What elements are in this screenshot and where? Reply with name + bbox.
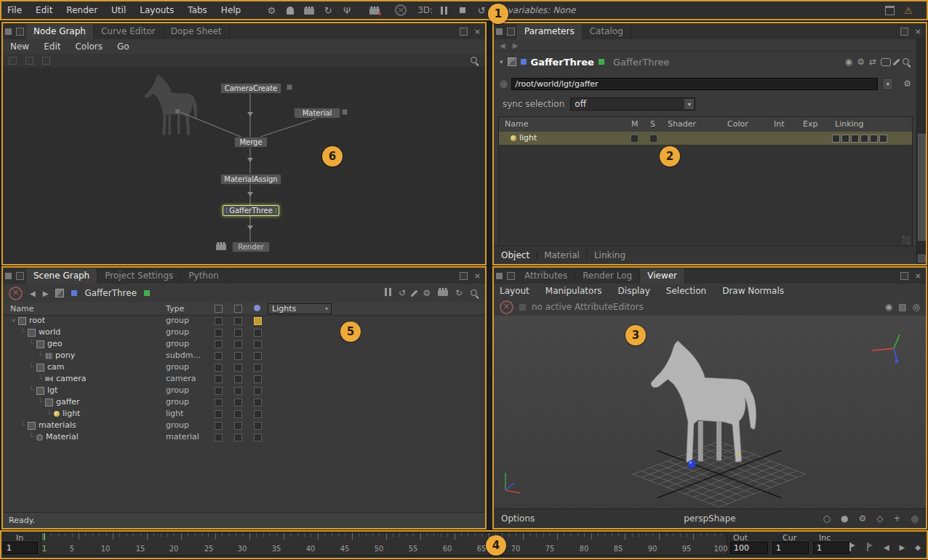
locator-icon[interactable]: ◎ bbox=[500, 79, 507, 89]
render-icon[interactable] bbox=[368, 4, 381, 16]
lights-toggle-icon[interactable]: ● bbox=[841, 513, 848, 524]
keyframe-icon[interactable]: ◆ bbox=[915, 543, 921, 551]
tab-catalog[interactable]: Catalog bbox=[583, 24, 631, 39]
comment-icon[interactable] bbox=[881, 58, 891, 66]
close-icon[interactable]: × bbox=[474, 271, 481, 281]
render-set-checkbox[interactable] bbox=[234, 387, 242, 395]
linking-cell[interactable] bbox=[851, 135, 859, 143]
render-set-checkbox[interactable] bbox=[234, 352, 242, 360]
current-frame-input[interactable] bbox=[772, 542, 809, 554]
table-row[interactable]: └lgt group bbox=[3, 385, 485, 396]
popout-icon[interactable] bbox=[900, 272, 908, 280]
linking-cell[interactable] bbox=[870, 135, 878, 143]
wireframe-icon[interactable]: ◇ bbox=[876, 513, 883, 524]
options-button[interactable]: Options bbox=[501, 513, 535, 524]
current-frame-marker[interactable] bbox=[44, 533, 45, 540]
pause-icon[interactable] bbox=[437, 4, 450, 16]
sync-selection-dropdown[interactable]: off ▾ bbox=[570, 97, 695, 111]
tab-object[interactable]: Object bbox=[501, 250, 529, 260]
gear-icon[interactable]: ⚙ bbox=[858, 513, 866, 524]
variables-selector[interactable]: variables: None bbox=[508, 5, 576, 15]
ng-menu-new[interactable]: New bbox=[10, 41, 29, 52]
table-row[interactable]: └light light bbox=[3, 408, 485, 420]
tab-attributes[interactable]: Attributes bbox=[517, 268, 575, 284]
linking-cell[interactable] bbox=[860, 135, 868, 143]
live-render-checkbox[interactable] bbox=[254, 387, 262, 395]
window-icon[interactable] bbox=[883, 4, 896, 16]
render-set-checkbox[interactable] bbox=[234, 364, 242, 372]
tab-material[interactable]: Material bbox=[544, 250, 580, 260]
out-frame-input[interactable] bbox=[730, 542, 768, 554]
node-material[interactable]: Material bbox=[294, 108, 340, 119]
close-icon[interactable]: × bbox=[915, 27, 921, 36]
lights-filter-dropdown[interactable]: Lights ▾ bbox=[268, 303, 332, 314]
col-solo-icon[interactable]: S bbox=[650, 119, 655, 129]
live-render-checkbox[interactable] bbox=[254, 352, 262, 360]
table-row[interactable]: └pony subdm... bbox=[3, 350, 485, 361]
power-icon[interactable]: ◎ bbox=[913, 302, 920, 312]
tab-python[interactable]: Python bbox=[181, 268, 227, 284]
state-icon[interactable]: ◉ bbox=[845, 57, 852, 67]
viewer-visibility-column-icon[interactable] bbox=[215, 305, 223, 313]
path-dropdown-icon[interactable]: ▾ bbox=[882, 78, 893, 90]
clear-icon[interactable] bbox=[9, 287, 23, 300]
table-row[interactable]: └gaffer group bbox=[3, 396, 485, 408]
render-set-checkbox[interactable] bbox=[234, 410, 242, 418]
live-render-checkbox[interactable] bbox=[254, 340, 262, 348]
revert-icon[interactable]: ↺ bbox=[399, 288, 406, 298]
visibility-checkbox[interactable] bbox=[215, 375, 223, 383]
panel-split-icon[interactable] bbox=[507, 28, 515, 36]
live-render-checkbox[interactable] bbox=[254, 317, 262, 325]
popout-icon[interactable] bbox=[460, 28, 468, 36]
menu-edit[interactable]: Edit bbox=[36, 5, 52, 15]
ng-menu-edit[interactable]: Edit bbox=[44, 41, 60, 52]
viewport-3d[interactable] bbox=[494, 316, 926, 509]
table-row[interactable]: └Material material bbox=[3, 431, 485, 443]
menu-file[interactable]: File bbox=[7, 5, 22, 15]
focus-icon[interactable]: ◎ bbox=[911, 513, 919, 524]
scrollbar-button[interactable] bbox=[918, 255, 926, 263]
render-set-checkbox[interactable] bbox=[234, 375, 242, 383]
render-set-checkbox[interactable] bbox=[234, 329, 242, 337]
solo-checkbox[interactable] bbox=[649, 135, 657, 143]
clapper-icon[interactable] bbox=[303, 4, 316, 16]
panel-split-icon[interactable] bbox=[16, 272, 24, 280]
refresh-icon[interactable]: ↻ bbox=[455, 288, 463, 298]
node-port[interactable] bbox=[287, 84, 292, 90]
gear-icon[interactable]: ⚙ bbox=[423, 288, 431, 298]
menu-draw-normals[interactable]: Draw Normals bbox=[722, 286, 784, 296]
visibility-checkbox[interactable] bbox=[215, 329, 223, 337]
panel-split-icon[interactable] bbox=[507, 272, 515, 280]
render-working-set-column-icon[interactable] bbox=[234, 305, 242, 313]
ng-menu-colors[interactable]: Colors bbox=[75, 41, 103, 52]
linking-cell[interactable] bbox=[879, 135, 887, 143]
tab-viewer[interactable]: Viewer bbox=[640, 268, 685, 284]
gear-icon[interactable]: ⚙ bbox=[857, 57, 865, 67]
tab-linking[interactable]: Linking bbox=[594, 250, 625, 260]
menu-manipulators[interactable]: Manipulators bbox=[545, 286, 602, 296]
clear-icon[interactable] bbox=[500, 300, 513, 314]
edit-icon[interactable] bbox=[411, 289, 418, 297]
search-icon[interactable] bbox=[470, 289, 479, 298]
visibility-checkbox[interactable] bbox=[215, 422, 223, 430]
refresh-icon[interactable]: ↻ bbox=[321, 4, 335, 16]
table-row[interactable]: └geo group bbox=[3, 338, 485, 350]
scrollbar-thumb[interactable] bbox=[918, 134, 926, 241]
ng-tool-icon-1[interactable] bbox=[9, 57, 17, 65]
node-graph-canvas[interactable]: CameraCreate Material Merge MaterialAssi… bbox=[3, 67, 485, 264]
table-row[interactable]: └camera camera bbox=[3, 373, 485, 385]
swap-icon[interactable]: ⇄ bbox=[869, 57, 876, 67]
panel-menu-icon[interactable] bbox=[496, 28, 503, 35]
render-set-checkbox[interactable] bbox=[234, 399, 242, 407]
node-camera-create[interactable]: CameraCreate bbox=[220, 83, 281, 94]
expander-icon[interactable]: ▾ bbox=[500, 58, 503, 65]
alert-icon[interactable]: ⚠ bbox=[902, 4, 915, 16]
eye-icon[interactable]: ◉ bbox=[885, 302, 892, 312]
panel-menu-icon[interactable] bbox=[5, 28, 12, 35]
live-render-column-icon[interactable] bbox=[254, 305, 260, 311]
linking-cell[interactable] bbox=[841, 135, 849, 143]
resize-grip[interactable] bbox=[902, 236, 911, 244]
live-render-checkbox[interactable] bbox=[254, 375, 262, 383]
popout-icon[interactable] bbox=[460, 272, 468, 280]
tab-project-settings[interactable]: Project Settings bbox=[97, 268, 181, 284]
